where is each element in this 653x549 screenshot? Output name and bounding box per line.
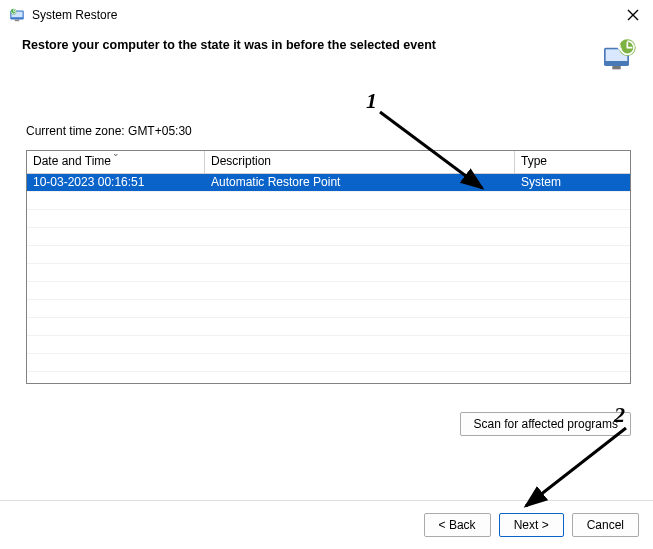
column-header-type[interactable]: Type — [515, 151, 630, 173]
next-button[interactable]: Next > — [499, 513, 564, 537]
column-header-label: Description — [211, 154, 271, 168]
close-button[interactable] — [619, 4, 647, 26]
empty-grid — [27, 191, 630, 389]
cell-datetime: 10-03-2023 00:16:51 — [27, 174, 205, 191]
cancel-button[interactable]: Cancel — [572, 513, 639, 537]
wizard-footer: < Back Next > Cancel — [0, 500, 653, 549]
restore-hero-icon — [599, 36, 639, 76]
scan-affected-programs-button[interactable]: Scan for affected programs — [460, 412, 631, 436]
page-heading: Restore your computer to the state it wa… — [22, 36, 589, 52]
window-title: System Restore — [32, 8, 117, 22]
sort-indicator-desc-icon: ⌄ — [112, 148, 120, 158]
cell-type: System — [515, 174, 630, 191]
svg-line-10 — [526, 428, 626, 506]
svg-rect-2 — [15, 20, 20, 22]
table-row[interactable]: 10-03-2023 00:16:51 Automatic Restore Po… — [27, 174, 630, 191]
column-header-label: Date and Time — [33, 154, 111, 168]
timezone-label: Current time zone: GMT+05:30 — [0, 124, 653, 138]
svg-rect-6 — [612, 66, 620, 69]
restore-points-table[interactable]: ⌄ Date and Time Description Type 10-03-2… — [26, 150, 631, 384]
titlebar: System Restore — [0, 0, 653, 30]
column-header-datetime[interactable]: ⌄ Date and Time — [27, 151, 205, 173]
scan-row: Scan for affected programs — [0, 384, 653, 436]
back-button[interactable]: < Back — [424, 513, 491, 537]
table-body: 10-03-2023 00:16:51 Automatic Restore Po… — [27, 174, 630, 389]
close-icon — [627, 9, 639, 21]
page-header: Restore your computer to the state it wa… — [0, 30, 653, 94]
system-restore-icon — [8, 6, 26, 24]
column-header-label: Type — [521, 154, 547, 168]
table-header-row: ⌄ Date and Time Description Type — [27, 151, 630, 174]
column-header-description[interactable]: Description — [205, 151, 515, 173]
cell-description: Automatic Restore Point — [205, 174, 515, 191]
